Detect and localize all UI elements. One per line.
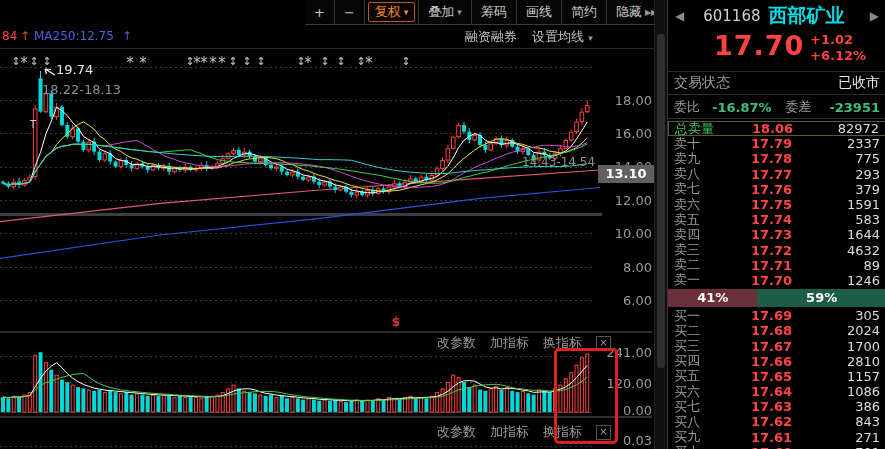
weibi-label: 委比 bbox=[674, 98, 700, 116]
overlay-label: 叠加 bbox=[428, 3, 454, 21]
level-price: 17.71 bbox=[726, 258, 792, 273]
price-tick-label: 18.00 bbox=[592, 93, 652, 108]
level-volume: 89 bbox=[792, 258, 880, 273]
level-price: 17.63 bbox=[726, 399, 792, 414]
stock-code: 601168 bbox=[703, 7, 760, 25]
next-stock-arrow[interactable]: ▶ bbox=[867, 9, 882, 23]
level-volume: 2337 bbox=[792, 136, 880, 151]
adjust-price-label: 复权 bbox=[375, 3, 401, 21]
buy-ratio: 41% bbox=[668, 289, 757, 307]
order-book: 总卖量18.0682972卖十17.792337卖九17.78775卖八17.7… bbox=[668, 121, 885, 449]
last-price: 17.70 bbox=[714, 30, 804, 61]
level-price: 17.70 bbox=[726, 273, 792, 288]
trade-status-label: 交易状态 bbox=[674, 74, 730, 92]
level-volume: 2810 bbox=[792, 354, 880, 369]
level-label: 卖一 bbox=[674, 271, 726, 289]
level-volume: 4632 bbox=[792, 243, 880, 258]
stock-name: 西部矿业 bbox=[769, 3, 867, 29]
level-volume: 843 bbox=[792, 414, 880, 429]
level-volume: 82972 bbox=[793, 121, 879, 136]
set-ma-label: 设置均线 bbox=[532, 29, 584, 44]
level-price: 18.06 bbox=[727, 121, 793, 136]
quote-panel: ◀ 601168 西部矿业 ▶ 17.70 +1.02 +6.12% 交易状态 … bbox=[667, 0, 885, 449]
chevron-down-icon: ▾ bbox=[588, 33, 593, 43]
ma-legend-row: 84 ↑ MA250:12.75 ↑ 融资融券 设置均线 ▾ bbox=[0, 25, 655, 49]
level-price: 17.75 bbox=[726, 197, 792, 212]
trade-status-row: 交易状态 已收市 bbox=[668, 71, 885, 95]
ma250-legend: MA250:12.75 bbox=[34, 25, 114, 48]
change-param-button[interactable]: 改参数 bbox=[437, 423, 476, 441]
level-price: 17.69 bbox=[726, 308, 792, 323]
chart-scrollbar[interactable] bbox=[654, 0, 667, 449]
chips-button[interactable]: 筹码 bbox=[472, 0, 517, 24]
change-param-button[interactable]: 改参数 bbox=[437, 334, 476, 352]
order-book-row[interactable]: 买十17.60701 bbox=[668, 445, 885, 449]
prev-stock-arrow[interactable]: ◀ bbox=[672, 9, 687, 23]
level-price: 17.76 bbox=[726, 182, 792, 197]
level-price: 17.73 bbox=[726, 227, 792, 242]
level-price: 17.79 bbox=[726, 136, 792, 151]
set-ma-link[interactable]: 设置均线 ▾ bbox=[532, 25, 593, 50]
level-price: 17.78 bbox=[726, 151, 792, 166]
level-volume: 2024 bbox=[792, 323, 880, 338]
ask-ladder: 总卖量18.0682972卖十17.792337卖九17.78775卖八17.7… bbox=[668, 121, 885, 288]
trade-status-value: 已收市 bbox=[838, 74, 880, 92]
price-tick-label: 10.00 bbox=[592, 226, 652, 241]
gap-down-annotation: 18.22-18.13 bbox=[42, 82, 121, 97]
level-price: 17.68 bbox=[726, 323, 792, 338]
draw-line-button[interactable]: 画线 bbox=[517, 0, 562, 24]
price-change-percent: +6.12% bbox=[810, 48, 866, 63]
add-indicator-button[interactable]: 加指标 bbox=[490, 423, 529, 441]
price-marker-badge: 13.10 bbox=[598, 165, 654, 183]
order-book-row[interactable]: 卖一17.701246 bbox=[668, 273, 885, 288]
chevron-down-icon: ▾ bbox=[404, 7, 409, 17]
bid-ladder: 买一17.69305买二17.682024买三17.671700买四17.662… bbox=[668, 308, 885, 449]
level-price: 17.60 bbox=[726, 445, 792, 449]
level-volume: 271 bbox=[792, 430, 880, 445]
level-label: 买十 bbox=[674, 443, 726, 449]
level-volume: 1591 bbox=[792, 197, 880, 212]
simple-mode-button[interactable]: 简约 bbox=[562, 0, 607, 24]
margin-trading-link[interactable]: 融资融券 bbox=[465, 25, 517, 48]
level-volume: 379 bbox=[792, 182, 880, 197]
weicha-value: -23951 bbox=[829, 100, 880, 115]
level-price: 17.77 bbox=[726, 167, 792, 182]
level-volume: 293 bbox=[792, 167, 880, 182]
level-volume: 1644 bbox=[792, 227, 880, 242]
level-volume: 1086 bbox=[792, 384, 880, 399]
level-volume: 583 bbox=[792, 212, 880, 227]
level-volume: 1157 bbox=[792, 369, 880, 384]
trading-app-window: + − 复权 ▾ 叠加 ▾ 筹码 画线 简约 隐藏 ▶▶ bbox=[0, 0, 885, 449]
level-price: 17.74 bbox=[726, 212, 792, 227]
price-tick-label: 16.00 bbox=[592, 126, 652, 141]
add-indicator-button[interactable]: 加指标 bbox=[490, 334, 529, 352]
overlay-button[interactable]: 叠加 ▾ bbox=[419, 0, 472, 24]
weibi-value: -16.87% bbox=[712, 100, 772, 115]
price-block: 17.70 +1.02 +6.12% bbox=[668, 30, 885, 68]
level-price: 17.65 bbox=[726, 369, 792, 384]
zoom-in-button[interactable]: + bbox=[305, 0, 335, 24]
level-volume: 1246 bbox=[792, 273, 880, 288]
gap-up-annotation: 14.43-14.54 bbox=[522, 155, 595, 169]
level-price: 17.62 bbox=[726, 414, 792, 429]
weibi-row: 委比 -16.87% 委差 -23951 bbox=[668, 96, 885, 119]
sell-ratio: 59% bbox=[757, 289, 885, 307]
level-volume: 701 bbox=[792, 445, 880, 449]
zoom-out-button[interactable]: − bbox=[335, 0, 365, 24]
peak-price-annotation: 19.74 bbox=[56, 62, 93, 77]
level-price: 17.66 bbox=[726, 354, 792, 369]
level-price: 17.64 bbox=[726, 384, 792, 399]
level-volume: 386 bbox=[792, 399, 880, 414]
chevron-down-icon: ▾ bbox=[457, 7, 462, 17]
level-volume: 775 bbox=[792, 151, 880, 166]
level-price: 17.67 bbox=[726, 339, 792, 354]
level-volume: 305 bbox=[792, 308, 880, 323]
up-arrow-icon: ↑ bbox=[20, 25, 30, 48]
ma-legend-partial: 84 bbox=[2, 25, 17, 48]
level-volume: 1700 bbox=[792, 339, 880, 354]
price-tick-label: 6.00 bbox=[592, 293, 652, 308]
price-tick-label: 12.00 bbox=[592, 193, 652, 208]
adjust-price-button[interactable]: 复权 ▾ bbox=[368, 2, 416, 22]
scrollbar-thumb[interactable] bbox=[657, 34, 665, 368]
fuquan-wrap: 复权 ▾ bbox=[365, 0, 420, 24]
